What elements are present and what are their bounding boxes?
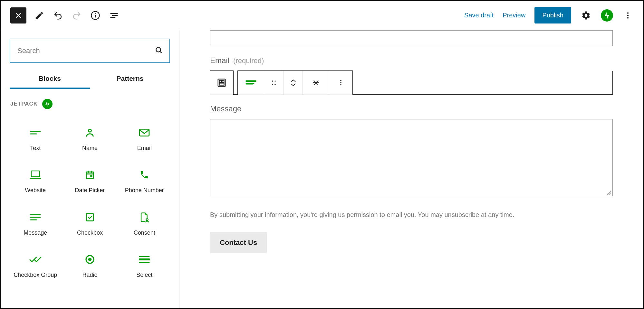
editor-canvas: Email (required): [179, 30, 643, 308]
email-field-label: Email (required): [210, 56, 613, 65]
block-item-date-picker[interactable]: Date Picker: [64, 160, 115, 199]
svg-point-11: [156, 47, 160, 52]
svg-point-45: [272, 84, 273, 85]
save-draft-button[interactable]: Save draft: [464, 12, 494, 19]
select-icon: [139, 252, 150, 267]
list-view-icon[interactable]: [108, 10, 120, 21]
svg-point-52: [340, 82, 341, 83]
submit-button[interactable]: Contact Us: [210, 232, 267, 253]
block-grid: Text Name Email Website Date Picker: [10, 117, 170, 284]
search-input[interactable]: [10, 39, 170, 63]
jetpack-icon[interactable]: [601, 9, 613, 22]
settings-gear-icon[interactable]: [580, 10, 592, 21]
search-icon: [155, 46, 163, 56]
publish-button[interactable]: Publish: [534, 7, 571, 23]
block-inserter-sidebar: Blocks Patterns JETPACK Text Name: [1, 30, 179, 308]
block-item-text[interactable]: Text: [10, 117, 61, 156]
move-up-down-icon[interactable]: [284, 71, 303, 95]
block-toolbar: [210, 70, 353, 95]
svg-rect-23: [90, 175, 92, 177]
inserter-tabs: Blocks Patterns: [10, 70, 170, 89]
jetpack-icon: [42, 99, 53, 109]
preview-button[interactable]: Preview: [503, 12, 525, 19]
section-header-jetpack: JETPACK: [10, 98, 170, 110]
svg-rect-27: [86, 214, 94, 221]
email-field-block[interactable]: [210, 71, 613, 95]
block-item-checkbox-group[interactable]: Checkbox Group: [10, 244, 61, 283]
more-options-icon[interactable]: [622, 10, 634, 21]
svg-point-8: [627, 12, 629, 14]
svg-point-10: [627, 17, 629, 18]
block-item-phone[interactable]: Phone Number: [119, 160, 170, 199]
svg-point-43: [272, 80, 273, 82]
svg-point-53: [340, 84, 341, 86]
edit-icon[interactable]: [34, 10, 45, 21]
block-item-message[interactable]: Message: [10, 202, 61, 241]
block-item-select[interactable]: Select: [119, 244, 170, 283]
svg-point-28: [146, 219, 148, 220]
svg-rect-35: [219, 80, 221, 82]
svg-point-4: [95, 13, 96, 14]
block-item-radio[interactable]: Radio: [64, 244, 115, 283]
double-check-icon: [29, 252, 42, 267]
svg-point-51: [340, 80, 341, 81]
block-item-checkbox[interactable]: Checkbox: [64, 202, 115, 241]
svg-rect-16: [139, 129, 149, 136]
drag-handle-icon[interactable]: [264, 71, 284, 95]
message-field-label: Message: [210, 104, 613, 113]
laptop-icon: [29, 167, 42, 182]
checkbox-icon: [85, 210, 95, 225]
block-item-website[interactable]: Website: [10, 160, 61, 199]
svg-point-44: [274, 80, 276, 82]
name-field-input[interactable]: [210, 30, 613, 46]
svg-rect-17: [31, 171, 40, 177]
svg-rect-19: [86, 172, 94, 179]
info-icon[interactable]: [90, 10, 101, 21]
svg-point-46: [274, 84, 276, 85]
svg-point-30: [88, 258, 92, 261]
block-more-options-icon[interactable]: [329, 71, 352, 95]
phone-icon: [139, 167, 149, 182]
parent-block-icon[interactable]: [210, 71, 233, 95]
svg-point-15: [89, 129, 91, 132]
mail-icon: [139, 125, 150, 140]
radio-icon: [85, 252, 95, 267]
app-root: Save draft Preview Publish: [0, 0, 644, 309]
tab-blocks[interactable]: Blocks: [10, 70, 90, 89]
required-toggle-icon[interactable]: [303, 71, 329, 95]
person-icon: [85, 125, 95, 140]
document-person-icon: [139, 210, 149, 225]
svg-line-12: [160, 51, 161, 53]
undo-icon[interactable]: [52, 10, 64, 21]
block-item-consent[interactable]: Consent: [119, 202, 170, 241]
block-type-icon[interactable]: [238, 71, 264, 95]
calendar-icon: [85, 167, 95, 182]
block-item-name[interactable]: Name: [64, 117, 115, 156]
svg-rect-37: [219, 83, 224, 85]
text-icon: [30, 125, 41, 140]
editor-topbar: Save draft Preview Publish: [1, 1, 643, 30]
subject-icon: [30, 210, 41, 225]
close-editor-button[interactable]: [10, 7, 26, 23]
svg-rect-36: [222, 80, 224, 82]
block-item-email[interactable]: Email: [119, 117, 170, 156]
redo-icon: [71, 10, 82, 21]
form-disclaimer: By submitting your information, you're g…: [210, 211, 613, 219]
svg-point-9: [627, 14, 629, 16]
tab-patterns[interactable]: Patterns: [90, 70, 170, 89]
message-field-textarea[interactable]: [210, 119, 613, 196]
